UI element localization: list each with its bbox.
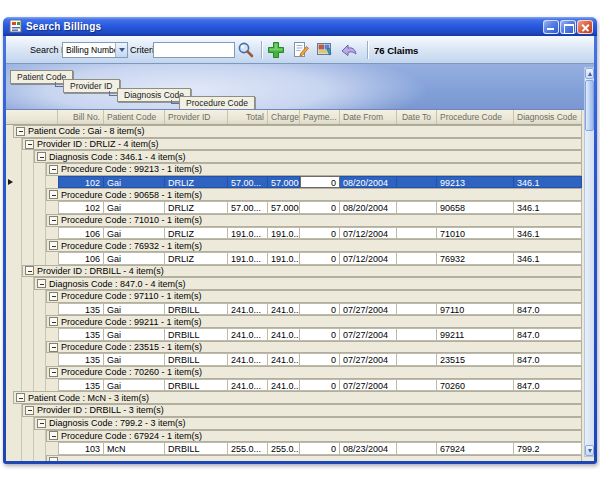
cell-total[interactable]: 255.0... (228, 442, 268, 455)
collapse-icon[interactable] (49, 165, 58, 174)
group-header-box[interactable]: Procedure Code : 97110 - 1 item(s) (46, 290, 582, 303)
cell-payment[interactable]: 0 (300, 201, 340, 214)
group-header-box[interactable]: Diagnosis Code : 346.1 - 4 item(s) (34, 150, 582, 163)
cell-provider[interactable]: DRLIZ (165, 252, 228, 265)
data-row[interactable]: 106GaiDRLIZ191.0...191.0...007/12/200471… (6, 227, 582, 240)
data-row[interactable]: 135GaiDRBILL241.0...241.0...007/27/20042… (6, 353, 582, 366)
collapse-icon[interactable] (49, 216, 58, 225)
cell-procedure[interactable]: 71010 (437, 227, 514, 240)
cell-patient[interactable]: Gai (104, 303, 165, 316)
group-header-box[interactable]: Provider ID : DRLIZ - 4 item(s) (22, 138, 582, 151)
collapse-icon[interactable] (49, 343, 58, 352)
cell-procedure[interactable]: 76932 (437, 252, 514, 265)
cell-charges[interactable]: 241.0... (268, 303, 300, 316)
cell-date_from[interactable]: 07/27/2004 (340, 328, 397, 341)
column-header-patient[interactable]: Patient Code (104, 110, 165, 124)
group-row[interactable]: Procedure Code : 23515 - 1 item(s) (6, 341, 582, 354)
cell-charges[interactable]: 241.0... (268, 328, 300, 341)
cell-payment[interactable]: 0 (300, 379, 340, 392)
cell-diagnosis[interactable]: 346.1 (514, 227, 582, 240)
cell-provider[interactable]: DRBILL (165, 379, 228, 392)
cell-patient[interactable]: McN (104, 442, 165, 455)
scroll-up-icon[interactable] (585, 68, 594, 79)
cell-date_to[interactable] (397, 328, 437, 341)
column-header-provider[interactable]: Provider ID (165, 110, 228, 124)
cell-bill_no[interactable]: 135 (58, 379, 104, 392)
cell-charges[interactable]: 255.0... (268, 442, 300, 455)
cell-date_to[interactable] (397, 303, 437, 316)
cell-bill_no[interactable]: 106 (58, 227, 104, 240)
group-header-box[interactable]: Diagnosis Code : 799.2 - 3 item(s) (34, 417, 582, 430)
group-row[interactable]: Procedure Code : 67924 - 1 item(s) (6, 430, 582, 443)
cell-bill_no[interactable]: 135 (58, 353, 104, 366)
column-header-procedure[interactable]: Procedure Code (437, 110, 514, 124)
cell-payment[interactable]: 0 (300, 328, 340, 341)
maximize-button[interactable] (560, 20, 576, 34)
reports-icon[interactable] (316, 41, 334, 59)
group-row[interactable]: Procedure Code : 99213 - 1 item(s) (6, 163, 582, 176)
cell-patient[interactable]: Gai (104, 353, 165, 366)
cell-payment[interactable]: 0 (300, 227, 340, 240)
group-header-box[interactable]: Patient Code : McN - 3 item(s) (13, 391, 582, 404)
cell-date_to[interactable] (397, 353, 437, 366)
cell-total[interactable]: 241.0... (228, 328, 268, 341)
column-header-date_to[interactable]: Date To (397, 110, 437, 124)
cell-bill_no[interactable]: 102 (58, 176, 104, 189)
cell-provider[interactable]: DRLIZ (165, 176, 228, 189)
cell-patient[interactable]: Gai (104, 379, 165, 392)
cell-patient[interactable]: Gai (104, 252, 165, 265)
cell-bill_no[interactable]: 135 (58, 328, 104, 341)
search-icon[interactable] (237, 41, 255, 59)
cell-procedure[interactable]: 99213 (437, 176, 514, 189)
cell-charges[interactable]: 57.0000 (268, 201, 300, 214)
cell-payment[interactable]: 0 (300, 252, 340, 265)
cell-provider[interactable]: DRBILL (165, 442, 228, 455)
collapse-icon[interactable] (49, 190, 58, 199)
group-row[interactable]: Provider ID : DRBILL - 3 item(s) (6, 404, 582, 417)
cell-total[interactable]: 241.0... (228, 303, 268, 316)
group-row[interactable]: Procedure Code : 97110 - 1 item(s) (6, 290, 582, 303)
cell-diagnosis[interactable]: 346.1 (514, 201, 582, 214)
collapse-icon[interactable] (16, 393, 25, 402)
cell-date_from[interactable]: 07/27/2004 (340, 353, 397, 366)
group-header-box[interactable]: Procedure Code : 67924 - 1 item(s) (46, 430, 582, 443)
data-row[interactable]: 135GaiDRBILL241.0...241.0...007/27/20049… (6, 303, 582, 316)
cell-date_to[interactable] (397, 227, 437, 240)
collapse-icon[interactable] (37, 419, 46, 428)
collapse-icon[interactable] (16, 127, 25, 136)
collapse-icon[interactable] (49, 317, 58, 326)
cell-total[interactable]: 241.0... (228, 379, 268, 392)
cell-date_to[interactable] (397, 442, 437, 455)
group-header-box[interactable]: Procedure Code : 76932 - 1 item(s) (46, 239, 582, 252)
cell-charges[interactable]: 191.0... (268, 227, 300, 240)
cell-diagnosis[interactable]: 847.0 (514, 303, 582, 316)
cell-total[interactable]: 57.00... (228, 176, 268, 189)
cell-procedure[interactable]: 23515 (437, 353, 514, 366)
collapse-icon[interactable] (49, 457, 58, 461)
scrollbar-thumb[interactable] (585, 80, 594, 131)
group-row[interactable] (6, 455, 582, 461)
cell-diagnosis[interactable]: 847.0 (514, 328, 582, 341)
cell-diagnosis[interactable]: 847.0 (514, 353, 582, 366)
cell-procedure[interactable]: 99211 (437, 328, 514, 341)
cell-charges[interactable]: 241.0... (268, 353, 300, 366)
collapse-icon[interactable] (49, 431, 58, 440)
cell-provider[interactable]: DRLIZ (165, 201, 228, 214)
collapse-icon[interactable] (49, 368, 58, 377)
vertical-scrollbar[interactable] (584, 67, 594, 457)
group-row[interactable]: Diagnosis Code : 847.0 - 4 item(s) (6, 277, 582, 290)
cell-total[interactable]: 191.0... (228, 252, 268, 265)
cell-total[interactable]: 57.00... (228, 201, 268, 214)
group-row[interactable]: Procedure Code : 99211 - 1 item(s) (6, 315, 582, 328)
group-header-box[interactable]: Patient Code : Gai - 8 item(s) (13, 125, 582, 138)
cell-provider[interactable]: DRBILL (165, 303, 228, 316)
collapse-icon[interactable] (49, 241, 58, 250)
search-by-dropdown[interactable]: Billing Number (62, 42, 128, 58)
cell-procedure[interactable]: 67924 (437, 442, 514, 455)
group-header-box[interactable]: Procedure Code : 70260 - 1 item(s) (46, 366, 582, 379)
cell-provider[interactable]: DRBILL (165, 328, 228, 341)
cell-provider[interactable]: DRBILL (165, 353, 228, 366)
cell-provider[interactable]: DRLIZ (165, 227, 228, 240)
cell-bill_no[interactable]: 103 (58, 442, 104, 455)
data-row[interactable]: 102GaiDRLIZ57.00...57.0000008/20/2004992… (6, 176, 582, 189)
